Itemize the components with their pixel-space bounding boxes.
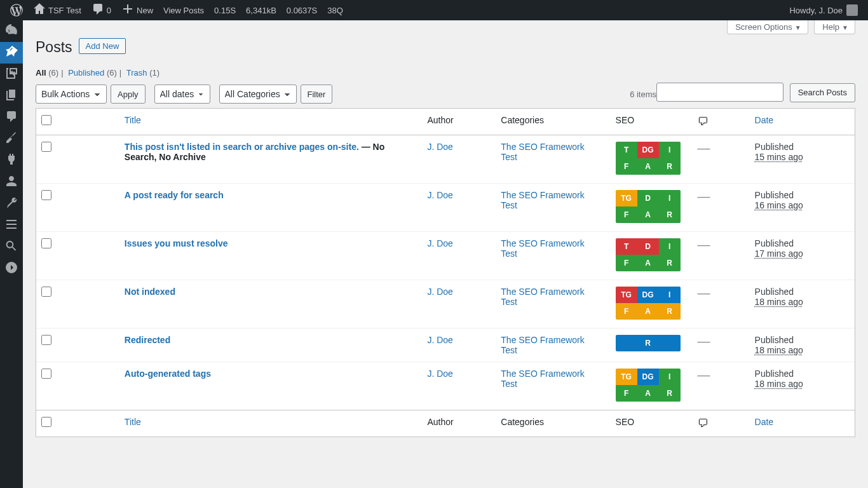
category-link[interactable]: The SEO Framework Test — [501, 369, 584, 389]
seo-pill-r[interactable]: R — [659, 385, 681, 402]
category-link[interactable]: The SEO Framework Test — [501, 142, 584, 162]
row-checkbox[interactable] — [41, 335, 51, 345]
category-link[interactable]: The SEO Framework Test — [501, 287, 584, 307]
seo-pill-i[interactable]: I — [659, 287, 681, 303]
seo-pill-f[interactable]: F — [616, 207, 637, 223]
author-link[interactable]: J. Doe — [427, 287, 452, 297]
comments-link[interactable]: 0 — [86, 0, 116, 20]
author-link[interactable]: J. Doe — [427, 142, 452, 152]
seo-pill-f[interactable]: F — [616, 158, 637, 175]
col-comments[interactable]: 🗨 — [697, 117, 709, 127]
seo-pill-r[interactable]: R — [659, 303, 681, 320]
seo-pill-i[interactable]: I — [659, 142, 681, 158]
seo-pill-dg[interactable]: DG — [637, 287, 659, 303]
seo-pill-a[interactable]: A — [637, 255, 659, 271]
author-link[interactable]: J. Doe — [427, 190, 452, 200]
post-title-link[interactable]: Not indexed — [125, 287, 175, 297]
perf-queries[interactable]: 38Q — [322, 0, 348, 20]
seo-pill-dg[interactable]: DG — [637, 369, 659, 385]
menu-tools[interactable] — [0, 193, 23, 215]
wp-logo[interactable] — [5, 0, 28, 20]
site-name-link[interactable]: TSF Test — [28, 0, 86, 20]
seo-pill-a[interactable]: A — [637, 385, 659, 402]
seo-pill-r[interactable]: R — [659, 158, 681, 175]
seo-pill-d[interactable]: D — [637, 190, 659, 207]
search-button[interactable]: Search Posts — [790, 83, 855, 102]
menu-search[interactable] — [0, 236, 23, 258]
post-title-link[interactable]: Redirected — [125, 335, 170, 345]
select-all-top[interactable] — [41, 115, 51, 125]
post-title-link[interactable]: Issues you must resolve — [125, 238, 228, 248]
menu-pages[interactable] — [0, 85, 23, 107]
seo-pill-r[interactable]: R — [659, 207, 681, 223]
perf-memory[interactable]: 6,341kB — [241, 0, 281, 20]
col-title[interactable]: Title — [125, 115, 141, 125]
page-icon — [5, 88, 18, 104]
seo-pill-i[interactable]: I — [659, 238, 681, 255]
col-comments-foot[interactable]: 🗨 — [697, 419, 709, 429]
seo-pill-a[interactable]: A — [637, 303, 659, 320]
post-title-link[interactable]: Auto-generated tags — [125, 369, 211, 379]
add-new-button[interactable]: Add New — [79, 38, 126, 54]
categories-select[interactable]: All Categories — [219, 85, 297, 104]
author-link[interactable]: J. Doe — [427, 369, 452, 379]
menu-comments[interactable] — [0, 107, 23, 128]
menu-appearance[interactable] — [0, 128, 23, 150]
my-account[interactable]: Howdy, J. Doe — [784, 0, 863, 20]
select-all-bottom[interactable] — [41, 417, 51, 427]
search-input[interactable] — [656, 83, 783, 102]
bulk-actions-select[interactable]: Bulk Actions — [36, 85, 107, 104]
seo-pill-a[interactable]: A — [637, 158, 659, 175]
row-checkbox[interactable] — [41, 238, 51, 248]
seo-pill-a[interactable]: A — [637, 207, 659, 223]
menu-dashboard[interactable] — [0, 20, 23, 42]
filter-trash[interactable]: Trash (1) — [126, 68, 159, 78]
filter-published[interactable]: Published (6) — [68, 68, 117, 78]
perf-time[interactable]: 0.15S — [209, 0, 241, 20]
seo-pill-tg[interactable]: TG — [616, 190, 637, 207]
post-title-link[interactable]: This post isn't listed in search or arch… — [125, 142, 359, 152]
screen-options-toggle[interactable]: Screen Options▼ — [727, 20, 808, 34]
posts-table: Title Author Categories SEO 🗨 Date This … — [36, 108, 855, 437]
perf-db-time[interactable]: 0.0637S — [281, 0, 322, 20]
col-date-foot[interactable]: Date — [755, 417, 774, 427]
menu-users[interactable] — [0, 172, 23, 193]
new-link[interactable]: New — [116, 0, 158, 20]
row-checkbox[interactable] — [41, 142, 51, 152]
seo-pill-dg[interactable]: DG — [637, 142, 659, 158]
row-checkbox[interactable] — [41, 369, 51, 379]
menu-settings[interactable] — [0, 215, 23, 236]
col-title-foot[interactable]: Title — [125, 417, 141, 427]
menu-posts[interactable] — [0, 42, 23, 64]
seo-pill-i[interactable]: I — [659, 190, 681, 207]
bulk-apply-button[interactable]: Apply — [111, 85, 146, 104]
seo-pill-f[interactable]: F — [616, 255, 637, 271]
author-link[interactable]: J. Doe — [427, 335, 452, 345]
seo-pill-tg[interactable]: TG — [616, 287, 637, 303]
filter-all[interactable]: All (6) — [36, 68, 58, 78]
seo-pill-t[interactable]: T — [616, 142, 637, 158]
view-posts-link[interactable]: View Posts — [158, 0, 209, 20]
category-link[interactable]: The SEO Framework Test — [501, 335, 584, 355]
row-checkbox[interactable] — [41, 190, 51, 200]
category-link[interactable]: The SEO Framework Test — [501, 238, 584, 259]
author-link[interactable]: J. Doe — [427, 238, 452, 248]
menu-plugins[interactable] — [0, 150, 23, 172]
col-date[interactable]: Date — [755, 115, 774, 125]
post-title-link[interactable]: A post ready for search — [125, 190, 224, 200]
seo-pill-t[interactable]: T — [616, 238, 637, 255]
seo-pill-tg[interactable]: TG — [616, 369, 637, 385]
menu-collapse[interactable] — [0, 258, 23, 280]
seo-pill-d[interactable]: D — [637, 238, 659, 255]
seo-pill-f[interactable]: F — [616, 303, 637, 320]
seo-pill-i[interactable]: I — [659, 369, 681, 385]
category-link[interactable]: The SEO Framework Test — [501, 190, 584, 210]
menu-media[interactable] — [0, 64, 23, 85]
seo-pill-r[interactable]: R — [616, 335, 681, 351]
filter-button[interactable]: Filter — [301, 85, 333, 104]
seo-pill-r[interactable]: R — [659, 255, 681, 271]
dates-select[interactable]: All dates — [154, 85, 210, 104]
row-checkbox[interactable] — [41, 287, 51, 297]
help-toggle[interactable]: Help▼ — [814, 20, 855, 34]
seo-pill-f[interactable]: F — [616, 385, 637, 402]
